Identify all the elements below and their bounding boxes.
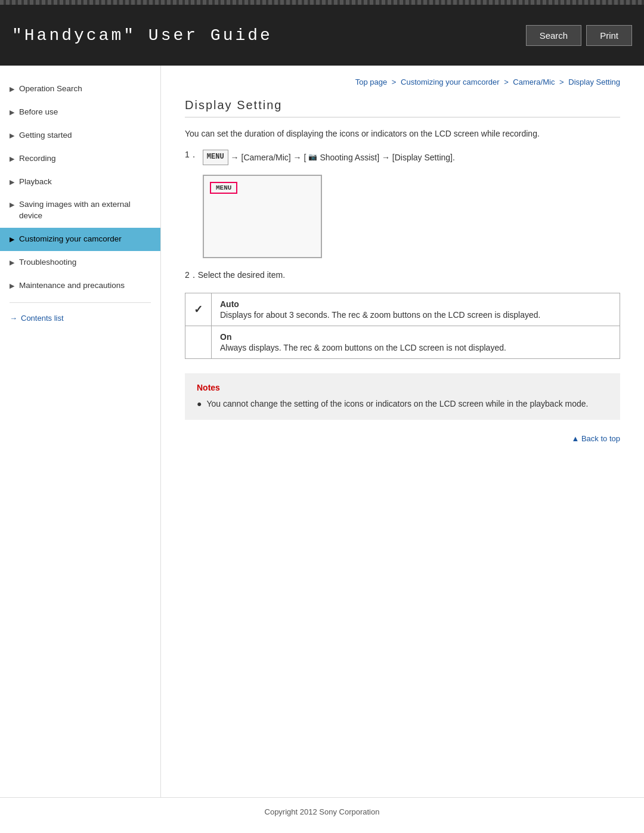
header-stripe bbox=[0, 0, 644, 5]
search-button[interactable]: Search bbox=[526, 25, 582, 46]
header-buttons: Search Print bbox=[526, 25, 632, 46]
notes-title: Notes bbox=[197, 383, 608, 392]
sidebar-item-label: Troubleshooting bbox=[19, 257, 76, 268]
shooting-assist-icon: 📷 bbox=[308, 151, 317, 164]
sidebar-arrow-icon: ▶ bbox=[10, 235, 14, 244]
sidebar-item-1[interactable]: ▶Before use bbox=[0, 101, 160, 124]
sidebar-item-8[interactable]: ▶Maintenance and precautions bbox=[0, 274, 160, 298]
sidebar-item-2[interactable]: ▶Getting started bbox=[0, 124, 160, 147]
step-1-content: MENU → [Camera/Mic] → [📷 Shooting Assist… bbox=[203, 150, 455, 165]
sidebar-item-label: Customizing your camcorder bbox=[19, 234, 122, 245]
sidebar-item-label: Maintenance and precautions bbox=[19, 280, 125, 292]
note-bullet: ● bbox=[197, 397, 202, 410]
option-title-1: On bbox=[220, 332, 611, 342]
breadcrumb: Top page > Customizing your camcorder > … bbox=[185, 78, 620, 86]
sidebar-item-7[interactable]: ▶Troubleshooting bbox=[0, 251, 160, 274]
page-title: Display Setting bbox=[185, 98, 620, 117]
sidebar-arrow-icon: ▶ bbox=[10, 108, 14, 117]
sidebar: ▶Operation Search▶Before use▶Getting sta… bbox=[0, 66, 161, 797]
sidebar-arrow-icon: ▶ bbox=[10, 85, 14, 94]
sidebar-arrow-icon: ▶ bbox=[10, 131, 14, 140]
site-title: "Handycam" User Guide bbox=[12, 26, 273, 45]
step-2: 2．Select the desired item. bbox=[185, 270, 620, 281]
contents-list-label: Contents list bbox=[21, 314, 64, 323]
sidebar-arrow-icon: ▶ bbox=[10, 154, 14, 163]
option-row-1[interactable]: On Always displays. The rec & zoom butto… bbox=[185, 326, 620, 358]
sidebar-item-label: Before use bbox=[19, 107, 58, 118]
sidebar-item-label: Operation Search bbox=[19, 83, 82, 95]
breadcrumb-sep2: > bbox=[504, 78, 509, 86]
sidebar-item-label: Recording bbox=[19, 153, 56, 165]
option-desc-1: Always displays. The rec & zoom buttons … bbox=[220, 343, 506, 352]
breadcrumb-sep3: > bbox=[559, 78, 564, 86]
sidebar-item-6[interactable]: ▶Customizing your camcorder bbox=[0, 228, 160, 251]
option-title-0: Auto bbox=[220, 299, 611, 309]
sidebar-item-label: Getting started bbox=[19, 130, 72, 141]
menu-button-label: MENU bbox=[203, 150, 228, 165]
intro-paragraph: You can set the duration of displaying t… bbox=[185, 127, 620, 140]
sidebar-item-3[interactable]: ▶Recording bbox=[0, 147, 160, 171]
option-detail-0: Auto Displays for about 3 seconds. The r… bbox=[212, 293, 620, 326]
sidebar-arrow-icon: ▶ bbox=[10, 200, 14, 209]
screenshot-menu-btn: MENU bbox=[210, 182, 237, 194]
sidebar-item-label: Saving images with an external device bbox=[19, 199, 151, 222]
print-button[interactable]: Print bbox=[586, 25, 632, 46]
breadcrumb-sep1: > bbox=[392, 78, 397, 86]
notes-box: Notes ●You cannot change the setting of … bbox=[185, 373, 620, 420]
option-check-0: ✓ bbox=[185, 293, 212, 326]
step-1-arrow1: → [Camera/Mic] → [ bbox=[231, 150, 306, 165]
footer: Copyright 2012 Sony Corporation bbox=[0, 797, 644, 826]
sidebar-divider bbox=[10, 302, 151, 303]
menu-screenshot: MENU bbox=[203, 175, 322, 258]
step-1-text-end: Shooting Assist] → [Display Setting]. bbox=[320, 150, 454, 165]
sidebar-item-0[interactable]: ▶Operation Search bbox=[0, 78, 160, 101]
arrow-right-icon: → bbox=[10, 314, 17, 323]
note-item-0: ●You cannot change the setting of the ic… bbox=[197, 397, 608, 410]
breadcrumb-camera-mic[interactable]: Camera/Mic bbox=[513, 78, 555, 86]
breadcrumb-display-setting[interactable]: Display Setting bbox=[568, 78, 620, 86]
sidebar-item-4[interactable]: ▶Playback bbox=[0, 171, 160, 194]
breadcrumb-top-page[interactable]: Top page bbox=[355, 78, 388, 86]
sidebar-item-5[interactable]: ▶Saving images with an external device bbox=[0, 193, 160, 228]
contents-list-link[interactable]: → Contents list bbox=[0, 308, 160, 329]
note-text-0: You cannot change the setting of the ico… bbox=[206, 397, 588, 410]
option-detail-1: On Always displays. The rec & zoom butto… bbox=[212, 326, 620, 358]
main-content: Top page > Customizing your camcorder > … bbox=[161, 66, 644, 797]
sidebar-arrow-icon: ▶ bbox=[10, 281, 14, 290]
sidebar-item-label: Playback bbox=[19, 176, 52, 188]
header: "Handycam" User Guide Search Print bbox=[0, 0, 644, 66]
layout: ▶Operation Search▶Before use▶Getting sta… bbox=[0, 66, 644, 797]
option-desc-0: Displays for about 3 seconds. The rec & … bbox=[220, 310, 540, 320]
sidebar-arrow-icon: ▶ bbox=[10, 258, 14, 267]
copyright: Copyright 2012 Sony Corporation bbox=[265, 807, 380, 816]
page-number: 112 bbox=[0, 826, 644, 833]
step-1: 1． MENU → [Camera/Mic] → [📷 Shooting Ass… bbox=[185, 150, 620, 165]
sidebar-arrow-icon: ▶ bbox=[10, 178, 14, 187]
step-1-num: 1． bbox=[185, 150, 198, 160]
option-row-0[interactable]: ✓ Auto Displays for about 3 seconds. The… bbox=[185, 293, 620, 326]
breadcrumb-customizing[interactable]: Customizing your camcorder bbox=[401, 78, 499, 86]
back-to-top-link[interactable]: ▲ Back to top bbox=[571, 434, 620, 443]
options-table: ✓ Auto Displays for about 3 seconds. The… bbox=[185, 293, 620, 359]
back-to-top[interactable]: ▲ Back to top bbox=[185, 434, 620, 443]
option-check-1 bbox=[185, 326, 212, 358]
